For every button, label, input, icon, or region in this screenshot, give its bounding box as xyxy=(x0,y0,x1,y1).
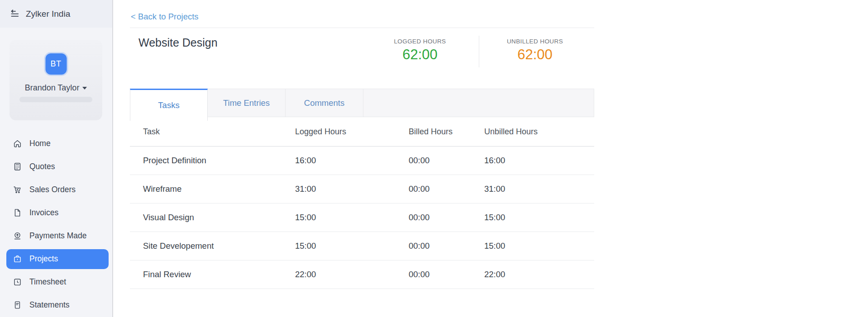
user-card-placeholder-bar xyxy=(19,97,92,102)
company-name: Zylker India xyxy=(26,9,70,19)
sidebar-item-timesheet[interactable]: Timesheet xyxy=(0,270,112,293)
logged-hours-metric: LOGGED HOURS 62:00 xyxy=(370,38,470,63)
task-cell: Wireframe xyxy=(143,184,295,194)
avatar: BT xyxy=(45,53,67,75)
unbilled-hours-cell: 15:00 xyxy=(484,241,594,251)
sidebar-item-invoices[interactable]: Invoices xyxy=(0,201,112,224)
logged-hours-cell: 16:00 xyxy=(295,156,409,166)
billed-hours-cell: 00:00 xyxy=(409,241,484,251)
user-card: BT Brandon Taylor xyxy=(10,40,102,120)
billed-hours-cell: 00:00 xyxy=(409,156,484,166)
sidebar-item-label: Invoices xyxy=(29,208,58,218)
billed-hours-cell: 00:00 xyxy=(409,270,484,279)
sidebar-item-label: Projects xyxy=(29,254,58,264)
tab-label: Tasks xyxy=(158,100,179,110)
sidebar-item-payments-made[interactable]: Payments Made xyxy=(0,224,112,247)
sidebar-item-statements[interactable]: Statements xyxy=(0,293,112,317)
column-header-logged-hours: Logged Hours xyxy=(295,127,409,137)
tab-label: Comments xyxy=(304,98,344,108)
table-row: Wireframe31:0000:0031:00 xyxy=(130,175,594,203)
tab-time-entries[interactable]: Time Entries xyxy=(208,89,286,117)
logged-hours-cell: 22:00 xyxy=(295,270,409,279)
billed-hours-cell: 00:00 xyxy=(409,213,484,222)
payments-made-icon xyxy=(13,231,22,241)
logged-hours-cell: 15:00 xyxy=(295,213,409,222)
billed-hours-cell: 00:00 xyxy=(409,184,484,194)
task-cell: Project Definition xyxy=(143,156,295,166)
sidebar-topbar: Zylker India xyxy=(0,0,112,28)
unbilled-hours-metric: UNBILLED HOURS 62:00 xyxy=(485,38,585,63)
tasks-table: TaskLogged HoursBilled HoursUnbilled Hou… xyxy=(130,117,594,289)
header-divider xyxy=(130,28,594,28)
page-title: Website Design xyxy=(138,36,218,49)
tab-label: Time Entries xyxy=(223,98,270,108)
chevron-down-icon xyxy=(82,87,87,90)
sidebar: Zylker India BT Brandon Taylor HomeQuote… xyxy=(0,0,113,317)
task-cell: Final Review xyxy=(143,270,295,279)
table-body: Project Definition16:0000:0016:00Wirefra… xyxy=(130,147,594,289)
sidebar-nav: HomeQuotesSales OrdersInvoicesPayments M… xyxy=(0,132,112,317)
back-to-projects-link[interactable]: < Back to Projects xyxy=(131,12,199,22)
metric-divider xyxy=(479,36,479,67)
sidebar-collapse-icon[interactable] xyxy=(9,9,20,19)
logged-hours-cell: 15:00 xyxy=(295,241,409,251)
logged-hours-value: 62:00 xyxy=(370,47,470,63)
table-header-row: TaskLogged HoursBilled HoursUnbilled Hou… xyxy=(130,117,594,147)
timesheet-icon xyxy=(13,277,22,287)
table-row: Site Developement15:0000:0015:00 xyxy=(130,232,594,260)
sidebar-item-sales-orders[interactable]: Sales Orders xyxy=(0,178,112,201)
unbilled-hours-cell: 22:00 xyxy=(484,270,594,279)
tab-bar: TasksTime EntriesComments xyxy=(130,89,594,117)
sidebar-item-label: Quotes xyxy=(29,162,55,171)
column-header-task: Task xyxy=(143,127,295,137)
task-cell: Site Developement xyxy=(143,241,295,251)
user-name: Brandon Taylor xyxy=(25,83,80,92)
projects-icon xyxy=(13,254,22,264)
sidebar-item-quotes[interactable]: Quotes xyxy=(0,155,112,178)
sales-orders-icon xyxy=(13,185,22,194)
unbilled-hours-label: UNBILLED HOURS xyxy=(485,38,585,45)
unbilled-hours-cell: 16:00 xyxy=(484,156,594,166)
sidebar-item-label: Sales Orders xyxy=(29,185,76,194)
unbilled-hours-cell: 15:00 xyxy=(484,213,594,222)
unbilled-hours-value: 62:00 xyxy=(485,47,585,63)
column-header-unbilled-hours: Unbilled Hours xyxy=(484,127,594,137)
app-window: Zylker India BT Brandon Taylor HomeQuote… xyxy=(0,0,868,317)
statements-icon xyxy=(13,300,22,310)
unbilled-hours-cell: 31:00 xyxy=(484,184,594,194)
table-row: Final Review22:0000:0022:00 xyxy=(130,260,594,289)
home-icon xyxy=(13,139,22,148)
column-header-billed-hours: Billed Hours xyxy=(409,127,484,137)
sidebar-item-projects[interactable]: Projects xyxy=(6,249,109,269)
logged-hours-cell: 31:00 xyxy=(295,184,409,194)
user-menu[interactable]: Brandon Taylor xyxy=(10,83,102,93)
sidebar-item-label: Payments Made xyxy=(29,231,86,241)
sidebar-item-label: Home xyxy=(29,139,51,148)
logged-hours-label: LOGGED HOURS xyxy=(370,38,470,45)
table-row: Visual Design15:0000:0015:00 xyxy=(130,203,594,232)
sidebar-item-label: Statements xyxy=(29,300,70,310)
sidebar-item-home[interactable]: Home xyxy=(0,132,112,155)
table-row: Project Definition16:0000:0016:00 xyxy=(130,147,594,175)
task-cell: Visual Design xyxy=(143,213,295,222)
tab-tasks[interactable]: Tasks xyxy=(130,89,208,121)
invoices-icon xyxy=(13,208,22,218)
sidebar-item-label: Timesheet xyxy=(29,277,66,287)
quotes-icon xyxy=(13,162,22,171)
tab-comments[interactable]: Comments xyxy=(286,89,363,117)
